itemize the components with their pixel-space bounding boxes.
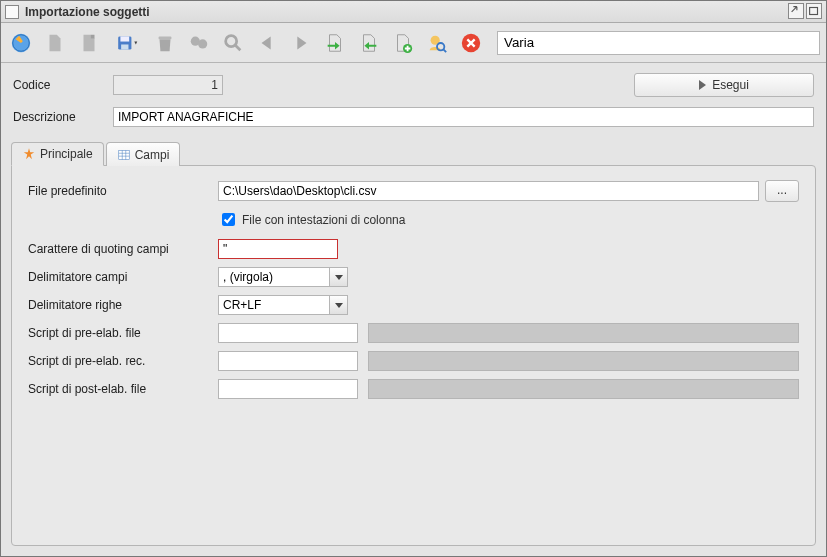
table-icon xyxy=(117,148,131,162)
browse-button[interactable]: ... xyxy=(765,180,799,202)
import-button[interactable] xyxy=(321,29,349,57)
file-predefinito-label: File predefinito xyxy=(28,184,218,198)
delim-campi-label: Delimitatore campi xyxy=(28,270,218,284)
svg-line-15 xyxy=(443,49,446,52)
play-icon xyxy=(699,80,706,90)
file-predefinito-input[interactable] xyxy=(218,181,759,201)
detach-window-button[interactable] xyxy=(788,3,804,19)
codice-input xyxy=(113,75,223,95)
script-post-file-input[interactable] xyxy=(218,379,358,399)
svg-rect-0 xyxy=(810,8,818,15)
svg-rect-7 xyxy=(159,36,172,39)
titlebar: Importazione soggetti xyxy=(1,1,826,23)
file-button-1[interactable] xyxy=(41,29,69,57)
star-icon xyxy=(22,147,36,161)
add-doc-button[interactable] xyxy=(389,29,417,57)
codice-label: Codice xyxy=(13,78,113,92)
maximize-window-button[interactable] xyxy=(806,3,822,19)
svg-point-14 xyxy=(437,43,444,50)
window-icon xyxy=(5,5,19,19)
find-user-button[interactable] xyxy=(423,29,451,57)
delim-righe-select[interactable] xyxy=(218,295,348,315)
carattere-label: Carattere di quoting campi xyxy=(28,242,218,256)
esegui-button[interactable]: Esegui xyxy=(634,73,814,97)
svg-rect-5 xyxy=(120,36,129,41)
tab-content-principale: File predefinito ... File con intestazio… xyxy=(11,165,816,546)
window-title: Importazione soggetti xyxy=(25,5,150,19)
esegui-label: Esegui xyxy=(712,78,749,92)
script-pre-rec-input[interactable] xyxy=(218,351,358,371)
carattere-input[interactable] xyxy=(218,239,338,259)
chevron-down-icon[interactable] xyxy=(329,268,347,286)
export-button[interactable] xyxy=(355,29,383,57)
delim-campi-select[interactable] xyxy=(218,267,348,287)
next-button[interactable] xyxy=(287,29,315,57)
toolbar-search-input[interactable] xyxy=(497,31,820,55)
tab-principale[interactable]: Principale xyxy=(11,142,104,166)
script-pre-file-label: Script di pre-elab. file xyxy=(28,326,218,340)
search-button[interactable] xyxy=(219,29,247,57)
new-record-button[interactable] xyxy=(7,29,35,57)
svg-rect-3 xyxy=(91,34,95,38)
grouped-button[interactable] xyxy=(185,29,213,57)
delim-righe-label: Delimitatore righe xyxy=(28,298,218,312)
script-pre-file-input[interactable] xyxy=(218,323,358,343)
svg-rect-6 xyxy=(121,44,128,49)
save-button[interactable] xyxy=(109,29,145,57)
delete-button[interactable] xyxy=(151,29,179,57)
svg-rect-17 xyxy=(118,150,129,159)
tab-campi[interactable]: Campi xyxy=(106,142,181,166)
descrizione-input[interactable] xyxy=(113,107,814,127)
script-post-file-display xyxy=(368,379,799,399)
svg-line-11 xyxy=(235,44,241,50)
tab-principale-label: Principale xyxy=(40,147,93,161)
tab-campi-label: Campi xyxy=(135,148,170,162)
prev-button[interactable] xyxy=(253,29,281,57)
window-frame: Importazione soggetti xyxy=(0,0,827,557)
svg-point-9 xyxy=(198,39,207,48)
script-post-file-label: Script di post-elab. file xyxy=(28,382,218,396)
intestazioni-checkbox[interactable] xyxy=(222,213,235,226)
descrizione-label: Descrizione xyxy=(13,110,113,124)
script-pre-file-display xyxy=(368,323,799,343)
file-button-2[interactable] xyxy=(75,29,103,57)
toolbar xyxy=(1,23,826,63)
chevron-down-icon[interactable] xyxy=(329,296,347,314)
script-pre-rec-display xyxy=(368,351,799,371)
tabs-bar: Principale Campi xyxy=(11,142,816,166)
intestazioni-label: File con intestazioni di colonna xyxy=(242,213,405,227)
close-button[interactable] xyxy=(457,29,485,57)
script-pre-rec-label: Script di pre-elab. rec. xyxy=(28,354,218,368)
